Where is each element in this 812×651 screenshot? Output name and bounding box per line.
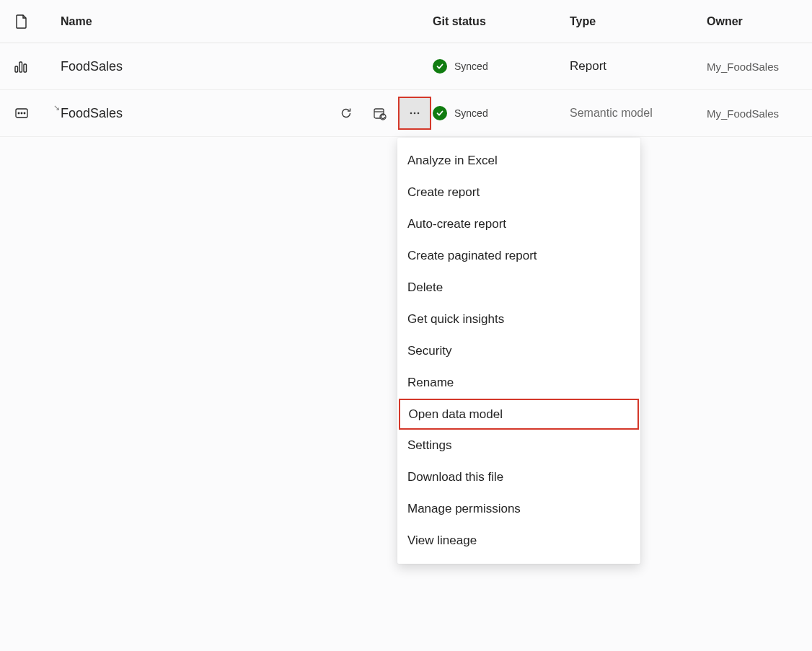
synced-check-icon (433, 59, 447, 74)
item-table: Name Git status Type Owner FoodSales Syn… (0, 0, 812, 137)
table-row[interactable]: FoodSales (0, 90, 812, 137)
svg-point-4 (18, 112, 19, 114)
header-owner[interactable]: Owner (707, 15, 812, 28)
header-name[interactable]: Name (43, 15, 433, 28)
menu-item-view-lineage[interactable]: View lineage (397, 525, 640, 557)
item-name[interactable]: FoodSales (61, 59, 123, 74)
table-header-row: Name Git status Type Owner (0, 0, 812, 43)
item-type-icon-col (0, 59, 43, 74)
menu-item-security[interactable]: Security (397, 335, 640, 367)
menu-item-create-report[interactable]: Create report (397, 177, 640, 208)
menu-item-open-data-model[interactable]: Open data model (399, 399, 639, 430)
svg-point-5 (21, 112, 22, 114)
menu-item-analyze-in-excel[interactable]: Analyze in Excel (397, 145, 640, 177)
git-status-text: Synced (454, 107, 488, 119)
svg-point-12 (418, 112, 420, 115)
menu-item-download-this-file[interactable]: Download this file (397, 461, 640, 493)
more-options-button[interactable] (398, 97, 431, 130)
type-cell: Report (570, 59, 707, 74)
menu-item-auto-create-report[interactable]: Auto-create report (397, 208, 640, 240)
owner-cell: My_FoodSales (707, 107, 812, 120)
item-name-cell: FoodSales (43, 59, 433, 74)
header-icon-col (0, 14, 43, 29)
menu-item-rename[interactable]: Rename (397, 367, 640, 399)
report-icon (14, 59, 29, 74)
type-cell: Semantic model (570, 107, 707, 120)
owner-text: My_FoodSales (707, 107, 779, 120)
git-status-cell: Synced (433, 59, 570, 74)
document-icon (15, 14, 28, 29)
svg-rect-2 (24, 64, 27, 72)
more-horizontal-icon (408, 107, 421, 120)
table-row[interactable]: FoodSales Synced Report My_FoodSales (0, 43, 812, 90)
type-text: Report (570, 59, 606, 74)
synced-check-icon (433, 106, 447, 120)
schedule-refresh-icon (373, 107, 387, 120)
menu-item-settings[interactable]: Settings (397, 430, 640, 461)
menu-item-create-paginated-report[interactable]: Create paginated report (397, 240, 640, 272)
svg-point-10 (410, 112, 412, 115)
schedule-refresh-button[interactable] (365, 99, 394, 128)
svg-rect-0 (15, 66, 18, 72)
header-type[interactable]: Type (570, 15, 707, 28)
semantic-model-icon (14, 106, 29, 120)
git-status-cell: Synced (433, 106, 570, 120)
item-type-icon-col (0, 106, 43, 120)
refresh-button[interactable] (332, 99, 361, 128)
header-git-status[interactable]: Git status (433, 15, 570, 28)
linked-item-indicator-icon: ↘ (53, 103, 60, 112)
svg-rect-1 (19, 62, 22, 72)
item-name[interactable]: FoodSales (61, 106, 123, 121)
owner-cell: My_FoodSales (707, 61, 812, 73)
menu-item-delete[interactable]: Delete (397, 272, 640, 304)
type-text: Semantic model (570, 107, 653, 120)
refresh-icon (340, 107, 353, 120)
row-actions (332, 97, 431, 130)
git-status-text: Synced (454, 61, 488, 72)
menu-item-manage-permissions[interactable]: Manage permissions (397, 493, 640, 525)
context-menu: Analyze in Excel Create report Auto-crea… (397, 138, 640, 564)
owner-text: My_FoodSales (707, 61, 779, 73)
svg-point-11 (414, 112, 416, 115)
menu-item-get-quick-insights[interactable]: Get quick insights (397, 304, 640, 335)
svg-point-6 (24, 112, 25, 114)
